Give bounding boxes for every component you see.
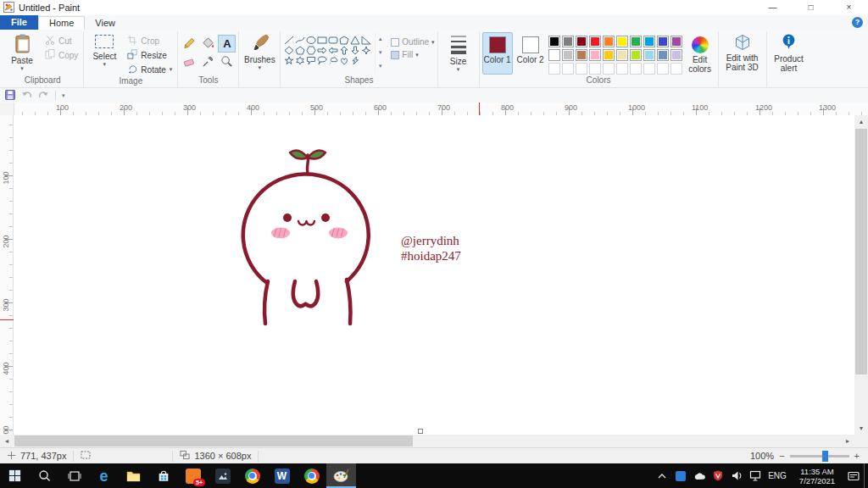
- clock[interactable]: 11:35 AM 7/27/2021: [791, 467, 843, 485]
- search-button[interactable]: [30, 463, 59, 488]
- select-button[interactable]: Select ▾: [86, 32, 122, 67]
- copy-button[interactable]: Copy: [42, 48, 81, 62]
- palette-color[interactable]: [603, 49, 615, 61]
- brushes-button[interactable]: Brushes ▾: [242, 32, 277, 70]
- palette-color[interactable]: [589, 49, 601, 61]
- palette-color[interactable]: [657, 36, 669, 47]
- shape-rounded-rectangle[interactable]: [327, 35, 338, 45]
- shapes-scroll-up-icon[interactable]: ▴: [379, 36, 382, 42]
- paste-button[interactable]: Paste ▾: [4, 32, 40, 71]
- shapes-scrollbar[interactable]: ▴ ▾ ▾: [375, 32, 385, 73]
- canvas-resize-handle[interactable]: [418, 429, 423, 434]
- palette-color[interactable]: [630, 36, 642, 47]
- zoom-in-button[interactable]: +: [854, 451, 860, 461]
- shape-heart[interactable]: [338, 55, 349, 65]
- palette-color[interactable]: [643, 49, 655, 61]
- palette-color[interactable]: [670, 36, 682, 47]
- show-desktop-button[interactable]: [864, 463, 868, 488]
- palette-color[interactable]: [643, 63, 655, 75]
- edit-with-paint3d-button[interactable]: Edit with Paint 3D: [721, 32, 764, 72]
- palette-color[interactable]: [548, 36, 560, 47]
- shape-six-point-star[interactable]: [294, 55, 305, 65]
- antivirus-tray-icon[interactable]: [709, 463, 726, 488]
- palette-color[interactable]: [548, 49, 560, 61]
- onedrive-tray-icon[interactable]: [691, 463, 708, 488]
- eraser-tool-button[interactable]: [181, 53, 198, 71]
- shape-outline-button[interactable]: Outline ▾: [391, 37, 434, 47]
- palette-color[interactable]: [616, 49, 628, 61]
- text-tool-button[interactable]: A: [218, 35, 236, 53]
- palette-color[interactable]: [616, 36, 628, 47]
- palette-color[interactable]: [589, 63, 601, 75]
- network-tray-icon[interactable]: [747, 463, 764, 488]
- shape-hexagon[interactable]: [305, 45, 316, 55]
- action-center-button[interactable]: [845, 463, 862, 488]
- orange-app-icon[interactable]: 5+: [178, 463, 208, 488]
- chrome-app-icon-2[interactable]: [297, 463, 326, 488]
- close-button[interactable]: ×: [830, 0, 868, 15]
- cut-button[interactable]: Cut: [42, 34, 81, 47]
- shape-down-arrow[interactable]: [349, 45, 360, 55]
- shape-polygon[interactable]: [338, 35, 349, 45]
- language-indicator[interactable]: ENG: [765, 471, 789, 480]
- paint-app-icon[interactable]: [326, 463, 356, 488]
- pencil-tool-button[interactable]: [181, 35, 198, 53]
- palette-color[interactable]: [616, 63, 628, 75]
- start-button[interactable]: [0, 463, 30, 488]
- palette-color[interactable]: [657, 63, 669, 75]
- dark-app-icon[interactable]: [208, 463, 237, 488]
- drawing-canvas[interactable]: @jerrydinh #hoidap247: [14, 115, 854, 435]
- chrome-app-icon[interactable]: [237, 463, 267, 488]
- maximize-button[interactable]: □: [792, 0, 830, 15]
- edge-app-icon[interactable]: e: [89, 463, 119, 488]
- horizontal-scroll-thumb[interactable]: [14, 435, 413, 446]
- color-picker-tool-button[interactable]: [199, 53, 217, 71]
- palette-color[interactable]: [576, 36, 587, 47]
- customize-qat-button[interactable]: ▾: [62, 92, 65, 99]
- palette-color[interactable]: [630, 49, 642, 61]
- fill-tool-button[interactable]: [199, 35, 217, 53]
- scroll-right-icon[interactable]: ▸: [841, 435, 854, 447]
- shape-five-point-star[interactable]: [283, 55, 294, 65]
- shape-line[interactable]: [283, 35, 294, 45]
- tray-app-blue[interactable]: [672, 463, 689, 488]
- palette-color[interactable]: [670, 49, 682, 61]
- shape-triangle[interactable]: [349, 35, 360, 45]
- size-button[interactable]: Size ▾: [441, 32, 476, 72]
- tray-expand-button[interactable]: [654, 463, 670, 488]
- palette-color[interactable]: [630, 63, 642, 75]
- zoom-slider[interactable]: [790, 455, 849, 458]
- palette-color[interactable]: [670, 63, 682, 75]
- palette-color[interactable]: [603, 36, 615, 47]
- palette-color[interactable]: [562, 63, 574, 75]
- shape-right-triangle[interactable]: [360, 35, 371, 45]
- shapes-scroll-down-icon[interactable]: ▾: [379, 49, 382, 56]
- palette-color[interactable]: [548, 63, 560, 75]
- word-app-icon[interactable]: W: [267, 463, 297, 488]
- vertical-scrollbar[interactable]: ▴ ▾: [854, 115, 868, 435]
- shape-rectangle[interactable]: [316, 35, 327, 45]
- scroll-up-icon[interactable]: ▴: [854, 115, 868, 128]
- palette-color[interactable]: [576, 63, 587, 75]
- task-view-button[interactable]: [59, 463, 89, 488]
- shape-fill-button[interactable]: Fill ▾: [391, 50, 434, 59]
- zoom-slider-thumb[interactable]: [822, 451, 828, 462]
- scroll-left-icon[interactable]: ◂: [0, 435, 14, 447]
- shape-four-point-star[interactable]: [360, 45, 371, 55]
- palette-color[interactable]: [603, 63, 615, 75]
- resize-button[interactable]: Resize: [125, 48, 175, 62]
- shape-up-arrow[interactable]: [338, 45, 349, 55]
- store-app-icon[interactable]: [148, 463, 178, 488]
- shape-oval[interactable]: [305, 35, 316, 45]
- palette-color[interactable]: [643, 36, 655, 47]
- help-icon[interactable]: ?: [852, 17, 863, 28]
- tab-view[interactable]: View: [85, 16, 125, 30]
- shape-right-arrow[interactable]: [316, 45, 327, 55]
- shape-curve[interactable]: [294, 35, 305, 45]
- shape-oval-callout[interactable]: [316, 55, 327, 65]
- product-alert-button[interactable]: Product alert: [770, 32, 809, 73]
- shape-cloud-callout[interactable]: [327, 55, 338, 65]
- shape-diamond[interactable]: [283, 45, 294, 55]
- shape-pentagon[interactable]: [294, 45, 305, 55]
- volume-tray-icon[interactable]: [728, 463, 745, 488]
